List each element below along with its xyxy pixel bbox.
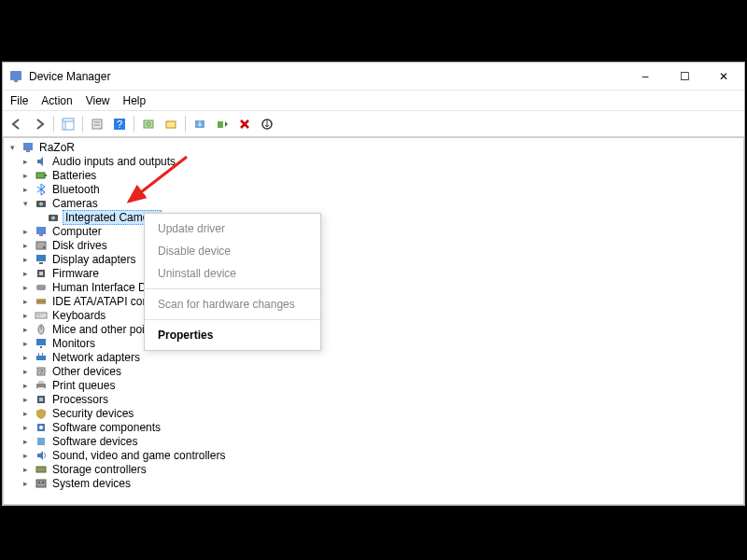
chevron-icon[interactable]: ▸: [21, 255, 30, 264]
uninstall-device-button[interactable]: [234, 114, 255, 134]
soft-dev-icon: [34, 435, 49, 448]
chevron-icon[interactable]: ▸: [21, 311, 30, 320]
ctx-properties[interactable]: Properties: [145, 324, 320, 346]
category-label: Bluetooth: [52, 183, 100, 196]
category-node[interactable]: ▸Processors: [4, 392, 743, 406]
root-node[interactable]: ▾ RaZoR: [4, 140, 743, 154]
chevron-icon[interactable]: ▸: [21, 157, 30, 166]
chevron-icon[interactable]: ▸: [21, 227, 30, 236]
device-tree[interactable]: ▾ RaZoR ▸Audio inputs and outputs▸Batter…: [3, 137, 744, 505]
category-node[interactable]: ▸Audio inputs and outputs: [4, 154, 743, 168]
ctx-disable-device[interactable]: Disable device: [145, 240, 320, 262]
svg-rect-1: [14, 80, 18, 82]
chevron-icon[interactable]: ▸: [21, 465, 30, 474]
disable-device-button[interactable]: [257, 114, 277, 134]
category-label: Print queues: [52, 379, 115, 392]
category-node[interactable]: ▸Human Interface Devices: [4, 280, 743, 294]
category-node[interactable]: ▾Cameras: [4, 196, 743, 210]
chevron-icon[interactable]: ▸: [21, 171, 30, 180]
category-node[interactable]: ▸Security devices: [4, 406, 743, 420]
category-node[interactable]: ▸Bluetooth: [4, 182, 743, 196]
category-label: Display adapters: [52, 253, 135, 266]
category-label: Keyboards: [52, 309, 106, 322]
category-label: Audio inputs and outputs: [52, 155, 176, 168]
category-node[interactable]: ▸Keyboards: [4, 308, 743, 322]
ctx-scan-hardware[interactable]: Scan for hardware changes: [145, 293, 320, 315]
chevron-icon[interactable]: ▸: [21, 381, 30, 390]
svg-text:?: ?: [117, 119, 122, 130]
chevron-icon[interactable]: ▸: [21, 479, 30, 488]
update-driver-button[interactable]: [190, 114, 210, 134]
category-node[interactable]: ▸System devices: [4, 476, 743, 490]
category-node[interactable]: ▸Mice and other pointing devices: [4, 322, 743, 336]
menu-file[interactable]: File: [10, 94, 28, 107]
close-button[interactable]: ✕: [712, 65, 735, 88]
chevron-icon[interactable]: ▸: [21, 297, 30, 306]
forward-button[interactable]: [29, 114, 49, 134]
category-node[interactable]: ▸Software devices: [4, 434, 743, 448]
category-node[interactable]: ▸Computer: [4, 224, 743, 238]
storage-icon: [34, 463, 49, 476]
chevron-icon[interactable]: ▸: [21, 409, 30, 418]
chevron-icon[interactable]: ▸: [21, 185, 30, 194]
monitor-icon: [34, 337, 49, 350]
chevron-icon[interactable]: ▸: [21, 395, 30, 404]
svg-rect-57: [36, 480, 46, 487]
chevron-down-icon[interactable]: ▾: [7, 143, 17, 152]
chevron-icon[interactable]: ▸: [21, 437, 30, 446]
svg-rect-19: [45, 175, 47, 176]
category-label: Firmware: [52, 267, 99, 280]
svg-rect-10: [144, 120, 153, 128]
chevron-icon[interactable]: ▾: [21, 199, 30, 208]
chevron-icon[interactable]: ▸: [21, 367, 30, 376]
maximize-button[interactable]: ☐: [673, 65, 696, 88]
chevron-icon[interactable]: ▸: [21, 353, 30, 362]
category-node[interactable]: ▸Batteries: [4, 168, 743, 182]
firmware-icon: [34, 267, 49, 280]
back-button[interactable]: [7, 114, 27, 134]
show-hide-tree-button[interactable]: [58, 114, 78, 134]
menu-action[interactable]: Action: [41, 94, 72, 107]
menu-view[interactable]: View: [86, 94, 110, 107]
svg-point-27: [43, 246, 45, 248]
category-node[interactable]: ▸Firmware: [4, 266, 743, 280]
chevron-icon[interactable]: ▸: [21, 269, 30, 278]
chevron-icon[interactable]: ▸: [21, 325, 30, 334]
category-node[interactable]: ▸Software components: [4, 420, 743, 434]
category-node[interactable]: ▸Display adapters: [4, 252, 743, 266]
add-legacy-button[interactable]: [161, 114, 181, 134]
svg-rect-0: [10, 71, 21, 80]
category-node[interactable]: ▸Monitors: [4, 336, 743, 350]
svg-text:?: ?: [39, 368, 44, 376]
menu-help[interactable]: Help: [123, 94, 147, 107]
minimize-button[interactable]: –: [634, 65, 656, 88]
category-node[interactable]: ▸?Other devices: [4, 364, 743, 378]
category-label: Sound, video and game controllers: [52, 449, 225, 462]
category-node[interactable]: ▸Print queues: [4, 378, 743, 392]
svg-rect-24: [36, 227, 46, 234]
ctx-update-driver[interactable]: Update driver: [145, 217, 320, 240]
chevron-icon[interactable]: ▸: [21, 423, 30, 432]
ctx-uninstall-device[interactable]: Uninstall device: [145, 262, 320, 285]
security-icon: [34, 407, 49, 420]
scan-hardware-button[interactable]: [138, 114, 159, 134]
chevron-icon[interactable]: ▸: [21, 339, 30, 348]
category-node[interactable]: ▸Sound, video and game controllers: [4, 448, 743, 462]
category-node[interactable]: ▸Disk drives: [4, 238, 743, 252]
properties-button[interactable]: [87, 114, 107, 134]
category-node[interactable]: ▸Storage controllers: [4, 462, 743, 476]
hid-icon: [34, 281, 49, 294]
separator: [145, 319, 320, 320]
category-node[interactable]: ▸Network adapters: [4, 350, 743, 364]
chevron-icon[interactable]: ▸: [21, 283, 30, 292]
category-node[interactable]: ▸IDE ATA/ATAPI controllers: [4, 294, 743, 308]
enable-device-button[interactable]: [212, 114, 233, 134]
svg-rect-42: [40, 346, 42, 348]
device-node[interactable]: Integrated Camera: [4, 210, 743, 224]
chevron-icon[interactable]: ▸: [21, 241, 30, 250]
help-button[interactable]: ?: [109, 114, 130, 134]
window-title: Device Manager: [29, 70, 634, 83]
svg-rect-45: [42, 353, 43, 356]
mouse-icon: [34, 323, 49, 336]
chevron-icon[interactable]: ▸: [21, 451, 30, 460]
